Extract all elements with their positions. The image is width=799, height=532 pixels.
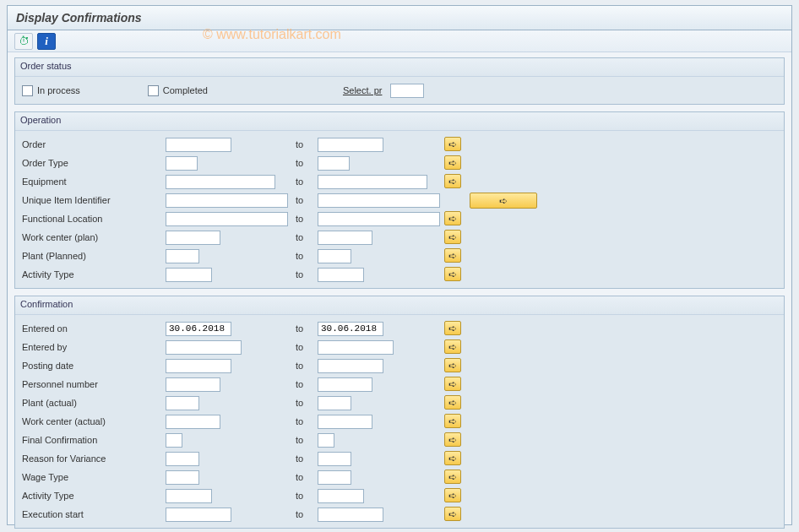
- multiple-selection-button[interactable]: [444, 358, 461, 372]
- to-input[interactable]: [318, 508, 383, 522]
- from-input[interactable]: [166, 175, 275, 189]
- arrow-right-icon: [499, 195, 508, 207]
- from-input[interactable]: [166, 193, 288, 208]
- field-label: Entered by: [22, 342, 166, 352]
- from-input[interactable]: [166, 508, 231, 522]
- row-operation-2: Equipmentto: [22, 172, 777, 191]
- to-input[interactable]: [318, 231, 372, 245]
- select-pr-input[interactable]: [390, 84, 424, 98]
- to-label: to: [292, 269, 318, 280]
- from-input[interactable]: [166, 396, 199, 410]
- field-label: Execution start: [22, 509, 166, 519]
- row-confirmation-6: Final Confirmationto: [22, 431, 777, 449]
- completed-label: Completed: [163, 85, 208, 95]
- multiple-selection-button[interactable]: [444, 137, 461, 151]
- from-input[interactable]: [166, 322, 231, 336]
- multiple-selection-button[interactable]: [470, 193, 537, 209]
- row-operation-6: Plant (Planned)to: [22, 247, 777, 265]
- group-confirmation: Confirmation Entered ontoEntered bytoPos…: [14, 296, 785, 529]
- row-confirmation-9: Activity Typeto: [22, 486, 777, 505]
- field-label: Work center (plan): [22, 232, 166, 242]
- to-input[interactable]: [318, 212, 440, 226]
- multiple-selection-button[interactable]: [444, 432, 461, 447]
- multiple-selection-button[interactable]: [444, 321, 461, 335]
- from-input[interactable]: [166, 231, 220, 245]
- field-label: Entered on: [22, 323, 166, 334]
- field-label: Functional Location: [22, 214, 166, 224]
- row-operation-0: Orderto: [22, 135, 777, 154]
- to-input[interactable]: [318, 415, 372, 429]
- to-input[interactable]: [318, 175, 427, 189]
- arrow-right-icon: [448, 397, 457, 409]
- to-input[interactable]: [318, 322, 383, 336]
- multiple-selection-button[interactable]: [444, 339, 461, 354]
- multiple-selection-button[interactable]: [444, 377, 461, 391]
- from-input[interactable]: [166, 156, 198, 171]
- from-input[interactable]: [166, 249, 199, 263]
- from-input[interactable]: [166, 268, 212, 282]
- app-toolbar: ⏱ i: [8, 30, 791, 52]
- to-input[interactable]: [318, 470, 351, 485]
- checkbox-in-process[interactable]: In process: [22, 85, 80, 96]
- from-input[interactable]: [166, 340, 242, 355]
- multiple-selection-button[interactable]: [444, 507, 461, 521]
- from-input[interactable]: [166, 138, 231, 152]
- info-button[interactable]: i: [37, 33, 56, 50]
- arrow-right-icon: [448, 471, 457, 483]
- checkbox-completed[interactable]: Completed: [148, 85, 208, 96]
- from-input[interactable]: [166, 470, 199, 485]
- multiple-selection-button[interactable]: [444, 174, 461, 188]
- select-pr-label: Select. pr: [343, 85, 382, 95]
- from-input[interactable]: [166, 489, 212, 503]
- multiple-selection-button[interactable]: [444, 267, 461, 281]
- field-label: Work center (actual): [22, 416, 166, 426]
- checkbox-icon: [148, 85, 159, 96]
- to-input[interactable]: [318, 156, 350, 171]
- execute-button[interactable]: ⏱: [14, 33, 33, 50]
- from-input[interactable]: [166, 359, 231, 373]
- to-label: to: [292, 139, 318, 149]
- multiple-selection-button[interactable]: [444, 248, 461, 263]
- multiple-selection-button[interactable]: [444, 211, 461, 225]
- arrow-right-icon: [448, 341, 457, 353]
- arrow-right-icon: [448, 138, 457, 150]
- to-label: to: [292, 398, 318, 408]
- to-input[interactable]: [318, 452, 351, 466]
- to-input[interactable]: [318, 359, 383, 373]
- multiple-selection-button[interactable]: [444, 395, 461, 410]
- row-confirmation-8: Wage Typeto: [22, 468, 777, 486]
- to-label: to: [292, 453, 318, 464]
- to-input[interactable]: [318, 489, 364, 503]
- from-input[interactable]: [166, 433, 182, 448]
- to-label: to: [292, 214, 318, 224]
- arrow-right-icon: [448, 213, 457, 225]
- to-label: to: [292, 416, 318, 426]
- multiple-selection-button[interactable]: [444, 451, 461, 465]
- from-input[interactable]: [166, 377, 220, 392]
- from-input[interactable]: [166, 212, 288, 226]
- multiple-selection-button[interactable]: [444, 155, 461, 170]
- field-label: Equipment: [22, 176, 166, 187]
- to-input[interactable]: [318, 249, 351, 263]
- field-label: Order Type: [22, 158, 166, 168]
- group-order-status: Order status In process Completed Select…: [14, 57, 785, 105]
- field-label: Unique Item Identifier: [22, 195, 166, 205]
- to-input[interactable]: [318, 377, 372, 392]
- to-input[interactable]: [318, 193, 440, 208]
- group-operation: Operation OrdertoOrder TypetoEquipmentto…: [14, 111, 785, 289]
- to-input[interactable]: [318, 433, 334, 448]
- from-input[interactable]: [166, 415, 220, 429]
- multiple-selection-button[interactable]: [444, 230, 461, 244]
- arrow-right-icon: [448, 415, 457, 427]
- to-input[interactable]: [318, 396, 351, 410]
- arrow-right-icon: [448, 250, 457, 262]
- to-input[interactable]: [318, 268, 364, 282]
- row-confirmation-5: Work center (actual)to: [22, 412, 777, 431]
- arrow-right-icon: [448, 157, 457, 169]
- to-input[interactable]: [318, 340, 394, 355]
- multiple-selection-button[interactable]: [444, 470, 461, 484]
- multiple-selection-button[interactable]: [444, 488, 461, 502]
- from-input[interactable]: [166, 452, 199, 466]
- to-input[interactable]: [318, 138, 383, 152]
- multiple-selection-button[interactable]: [444, 414, 461, 428]
